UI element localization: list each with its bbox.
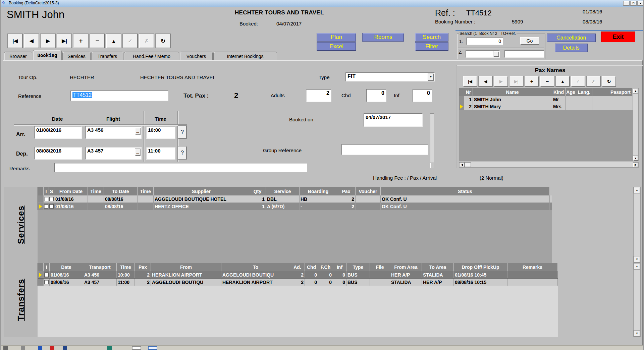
search2b-input[interactable] [504, 50, 544, 58]
search2-browse-button[interactable]: ... [493, 51, 499, 57]
infants-cell[interactable]: 0 [333, 279, 346, 286]
tab-browser[interactable]: Browser [4, 52, 32, 60]
pax-nav-insert-button[interactable]: + [525, 76, 539, 87]
reference-input[interactable]: TT4512 [70, 91, 168, 101]
nav-insert-button[interactable]: + [73, 34, 89, 48]
supplier-cell[interactable]: AGGELOUDI BOUTIQUE HOTEL [154, 195, 249, 202]
to-area-cell[interactable]: HER A/P [422, 279, 454, 286]
arrival-flight-browse-button[interactable]: ... [135, 128, 141, 135]
taskbar-icon-app-fragment-4[interactable] [50, 346, 54, 350]
to-cell[interactable]: AGGELOUDI BOUTIQU [221, 271, 290, 278]
checkbox-icon[interactable] [44, 280, 49, 284]
tab-booking[interactable]: Booking [33, 50, 62, 60]
free-child-cell[interactable]: 0 [318, 279, 333, 286]
transfers-vertical-scrollbar[interactable]: ▲ ▼ [633, 263, 641, 337]
qty-cell[interactable]: 1 [249, 203, 266, 210]
transfers-col-transport[interactable]: Transport [83, 263, 117, 271]
to-date-cell[interactable]: 08/08/16 [104, 203, 138, 210]
time-cell[interactable] [88, 203, 104, 210]
status-cell[interactable]: OK Conf. U [381, 203, 550, 210]
service-cell[interactable]: A (6/7D) [266, 203, 300, 210]
scroll-down-button[interactable]: ▼ [634, 256, 640, 262]
from-cell[interactable]: HERAKLION AIRPORT [151, 271, 221, 278]
nav-delete-button[interactable]: − [90, 34, 105, 48]
nav-edit-button[interactable]: ▲ [106, 34, 121, 48]
adults-cell[interactable]: 2 [290, 279, 305, 286]
pax-horizontal-scrollbar[interactable]: ◀ ▶ [459, 162, 639, 168]
transfers-col-to[interactable]: To [221, 263, 290, 271]
minimize-button[interactable]: _ [623, 1, 630, 6]
services-col-pax[interactable]: Pax [337, 187, 356, 195]
transfers-col-from-area[interactable]: From Area [390, 263, 422, 271]
service-checkbox-cell[interactable] [49, 203, 54, 210]
pax-cell[interactable]: 2 [337, 203, 356, 210]
arrival-date-input[interactable]: 01/08/2016 [34, 126, 82, 139]
time-cell[interactable]: 10:00 [117, 271, 135, 278]
checkbox-icon[interactable] [44, 197, 48, 201]
pax-nr-cell[interactable]: 2 [464, 103, 473, 110]
services-row[interactable]: 01/08/16 08/08/16 AGGELOUDI BOUTIQUE HOT… [38, 195, 552, 203]
from-area-cell[interactable]: STALIDA [390, 279, 422, 286]
nav-refresh-button[interactable]: ↻ [155, 34, 171, 48]
voucher-cell[interactable] [356, 203, 381, 210]
filter-button[interactable]: Filter [415, 42, 448, 51]
pax-kind-cell[interactable]: Mrs [552, 103, 566, 110]
group-reference-input[interactable] [341, 144, 428, 155]
service-checkbox-cell[interactable] [49, 195, 54, 202]
taskbar-icon-app-fragment-2[interactable] [21, 346, 25, 350]
children-cell[interactable]: 0 [305, 271, 318, 278]
nav-last-button[interactable]: ▶| [57, 34, 72, 48]
date-cell[interactable]: 08/08/16 [50, 279, 83, 286]
remarks-cell[interactable] [507, 279, 558, 286]
tab-handfee-memo[interactable]: Hand.Fee / Memo [124, 52, 179, 60]
transfers-col-i[interactable]: I [44, 263, 50, 271]
taskbar-icon-app-fragment-5[interactable] [63, 346, 67, 350]
time-cell[interactable] [138, 203, 154, 210]
transfers-col-dropoff[interactable]: Drop Off/ PickUp [454, 263, 507, 271]
time-cell[interactable] [88, 195, 104, 202]
free-child-cell[interactable]: 0 [318, 271, 333, 278]
transfers-col-date[interactable]: Date [50, 263, 83, 271]
plan-button[interactable]: Plan [317, 33, 356, 42]
invoice-checkbox-cell[interactable] [44, 271, 50, 278]
pax-name-cell[interactable]: SMITH Mary [473, 103, 552, 110]
pax-col-name[interactable]: Name [473, 88, 552, 96]
pax-age-cell[interactable] [566, 103, 576, 110]
voucher-cell[interactable] [356, 195, 381, 202]
pax-nav-first-button[interactable]: |◀ [463, 76, 477, 87]
file-cell[interactable] [370, 279, 390, 286]
pax-age-cell[interactable] [566, 96, 576, 103]
pax-passport-cell[interactable] [592, 96, 632, 103]
form-splitter-grip[interactable] [430, 163, 434, 168]
scroll-right-button[interactable]: ▶ [633, 162, 638, 167]
services-col-from-date[interactable]: From Date [54, 187, 88, 195]
from-date-cell[interactable]: 01/08/16 [54, 195, 88, 202]
nav-first-button[interactable]: |◀ [7, 34, 23, 48]
tab-vouchers[interactable]: Vouchers [180, 52, 213, 60]
departure-help-button[interactable]: ? [178, 146, 187, 160]
status-cell[interactable]: OK Conf. U [381, 195, 550, 202]
tab-services[interactable]: Services [62, 52, 91, 60]
arrival-time-input[interactable]: 10:00 [146, 126, 175, 139]
transfers-col-time[interactable]: Time [117, 263, 135, 271]
pax-passport-cell[interactable] [592, 103, 632, 110]
tab-transfers[interactable]: Transfers [91, 52, 123, 60]
transport-cell[interactable]: A3 457 [83, 279, 117, 286]
services-col-time1[interactable]: Time [88, 187, 104, 195]
excel-button[interactable]: Excel [317, 42, 356, 51]
checkbox-icon[interactable] [44, 204, 48, 209]
chd-input[interactable]: 0 [366, 89, 386, 102]
type-cell[interactable]: BUS [346, 271, 370, 278]
pax-col-age[interactable]: Age [566, 88, 576, 96]
from-date-cell[interactable]: 01/08/16 [54, 203, 88, 210]
transfers-col-to-area[interactable]: To Area [422, 263, 454, 271]
pax-nav-cancel-button[interactable]: ✗ [586, 76, 601, 87]
taskbar-icon-app-fragment-1[interactable] [3, 346, 8, 350]
time-cell[interactable]: 11:00 [117, 279, 135, 286]
pax-row[interactable]: 2 SMITH Mary Mrs [459, 103, 633, 110]
search1-input[interactable]: 0 [466, 38, 503, 45]
transfers-row[interactable]: 08/08/16 A3 457 11:00 2 AGGELOUDI BOUTIQ… [38, 279, 558, 286]
pax-nav-refresh-button[interactable]: ↻ [602, 76, 616, 87]
services-col-status[interactable]: Status [381, 187, 550, 195]
scroll-up-button[interactable]: ▲ [634, 187, 640, 193]
